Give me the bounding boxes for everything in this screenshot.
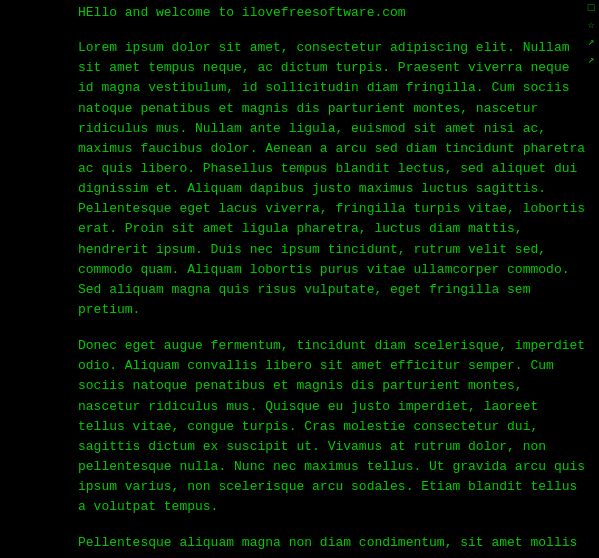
bookmark-icon[interactable]: ☆ [588, 19, 595, 32]
paragraph-3: Pellentesque aliquam magna non diam cond… [78, 533, 591, 558]
paragraph-2: Donec eget augue fermentum, tincidunt di… [78, 336, 591, 517]
main-container: HEllo and welcome to ilovefreesoftware.c… [0, 0, 599, 558]
content-area: HEllo and welcome to ilovefreesoftware.c… [0, 0, 599, 558]
paragraph-1: Lorem ipsum dolor sit amet, consectetur … [78, 38, 591, 320]
minimize-icon[interactable]: □ [588, 2, 595, 15]
external-link-icon-1[interactable]: ↗ [588, 36, 595, 49]
header-line: HEllo and welcome to ilovefreesoftware.c… [78, 4, 591, 22]
scrollbar-area: □ ☆ ↗ ↗ [583, 0, 599, 558]
external-link-icon-2[interactable]: ↗ [588, 54, 595, 67]
